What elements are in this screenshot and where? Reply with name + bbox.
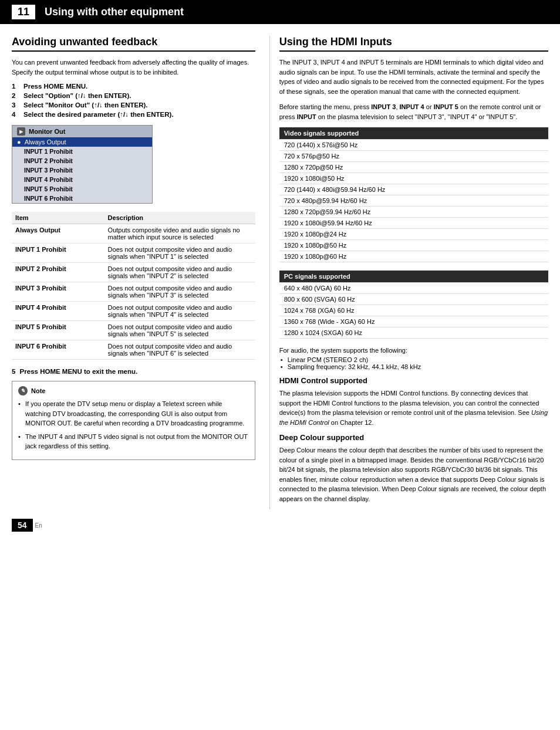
deep-colour-text: Deep Colour means the colour depth that …	[279, 445, 548, 503]
menu-item-label-2: INPUT 2 Prohibit	[24, 157, 73, 164]
signal-value: 640 x 480 (VGA) 60 Hz	[279, 283, 548, 294]
table-cell-item: INPUT 6 Prohibit	[12, 340, 104, 360]
right-intro: The INPUT 3, INPUT 4 and INPUT 5 termina…	[279, 58, 548, 96]
menu-icon: ▶	[17, 127, 25, 136]
signal-value: 720 x 480p@59.94 Hz/60 Hz	[279, 195, 548, 207]
table-cell-desc: Does not output composite video and audi…	[104, 302, 255, 321]
menu-item-input6: INPUT 6 Prohibit	[12, 194, 152, 203]
note-icon: ✎	[18, 386, 28, 396]
step-2-text: Select "Option" (↑/↓ then ENTER).	[23, 92, 131, 99]
table-row: INPUT 6 ProhibitDoes not output composit…	[12, 340, 255, 360]
signal-value: 1280 x 1024 (SXGA) 60 Hz	[279, 327, 548, 339]
steps-list: 1 Press HOME MENU. 2 Select "Option" (↑/…	[12, 83, 255, 118]
list-item: 1280 x 720p@50 Hz	[279, 162, 548, 173]
list-item: 720 (1440) x 576i@50 Hz	[279, 140, 548, 151]
left-section-title: Avoiding unwanted feedback	[12, 36, 255, 52]
menu-item-always-output: ● Always Output	[12, 137, 152, 147]
note-box: ✎ Note If you operate the DTV setup menu…	[12, 381, 255, 460]
list-item: 1024 x 768 (XGA) 60 Hz	[279, 305, 548, 316]
step-5: 5 Press HOME MENU to exit the menu.	[12, 368, 255, 375]
right-section-title: Using the HDMI Inputs	[279, 36, 548, 52]
step-5-num: 5	[12, 368, 15, 375]
list-item: 720 x 480p@59.94 Hz/60 Hz	[279, 195, 548, 207]
table-cell-desc: Does not output composite video and audi…	[104, 282, 255, 302]
pc-signals-table: PC signals supported 640 x 480 (VGA) 60 …	[279, 271, 548, 339]
page-header: 11 Using with other equipment	[0, 0, 560, 24]
list-item: 640 x 480 (VGA) 60 Hz	[279, 283, 548, 294]
audio-list: Linear PCM (STEREO 2 ch) Sampling freque…	[279, 356, 548, 370]
note-item-1: If you operate the DTV setup menu or dis…	[18, 399, 249, 428]
description-table: Item Description Always OutputOutputs co…	[12, 212, 255, 360]
menu-item-input2: INPUT 2 Prohibit	[12, 156, 152, 165]
menu-item-label-0: Always Output	[25, 138, 66, 146]
menu-header: ▶ Monitor Out	[12, 126, 152, 137]
list-item: 1920 x 1080i@50 Hz	[279, 173, 548, 184]
signal-value: 1920 x 1080p@24 Hz	[279, 229, 548, 240]
table-row: INPUT 3 ProhibitDoes not output composit…	[12, 282, 255, 302]
step-4-num: 4	[12, 111, 20, 118]
list-item: 1280 x 720p@59.94 Hz/60 Hz	[279, 207, 548, 218]
col-header-desc: Description	[104, 212, 255, 224]
note-list: If you operate the DTV setup menu or dis…	[18, 399, 249, 451]
menu-item-label-1: INPUT 1 Prohibit	[24, 148, 73, 155]
page-number: 54	[12, 519, 33, 532]
list-item: 1360 x 768 (Wide - XGA) 60 Hz	[279, 316, 548, 327]
audio-item-1: Linear PCM (STEREO 2 ch)	[279, 356, 548, 363]
bullet-dot: ●	[17, 138, 21, 146]
list-item: 720 (1440) x 480i@59.94 Hz/60 Hz	[279, 184, 548, 195]
monitor-out-menu: ▶ Monitor Out ● Always Output INPUT 1 Pr…	[12, 125, 153, 204]
menu-item-input5: INPUT 5 Prohibit	[12, 184, 152, 194]
signal-value: 1360 x 768 (Wide - XGA) 60 Hz	[279, 316, 548, 327]
audio-text: For audio, the system supports the follo…	[279, 347, 548, 354]
signal-value: 1920 x 1080p@60 Hz	[279, 251, 548, 262]
signal-value: 1920 x 1080p@50 Hz	[279, 240, 548, 251]
step-3-num: 3	[12, 102, 20, 109]
menu-item-input3: INPUT 3 Prohibit	[12, 165, 152, 175]
menu-title: Monitor Out	[29, 128, 65, 135]
pc-table-header: PC signals supported	[279, 271, 548, 283]
table-cell-desc: Does not output composite video and audi…	[104, 263, 255, 282]
deep-colour-title: Deep Colour supported	[279, 433, 548, 442]
menu-item-label-5: INPUT 5 Prohibit	[24, 185, 73, 192]
table-row: INPUT 1 ProhibitDoes not output composit…	[12, 244, 255, 263]
step-2: 2 Select "Option" (↑/↓ then ENTER).	[12, 92, 255, 99]
list-item: 1920 x 1080i@59.94 Hz/60 Hz	[279, 218, 548, 229]
step-3-text: Select "Monitor Out" (↑/↓ then ENTER).	[23, 102, 148, 109]
menu-item-label-4: INPUT 4 Prohibit	[24, 176, 73, 183]
note-label: Note	[31, 387, 45, 394]
step-1-num: 1	[12, 83, 20, 90]
note-item-2: The INPUT 4 and INPUT 5 video signal is …	[18, 432, 249, 451]
step-1-text: Press HOME MENU.	[23, 83, 87, 90]
menu-item-input1: INPUT 1 Prohibit	[12, 147, 152, 156]
step-4: 4 Select the desired parameter (↑/↓ then…	[12, 111, 255, 118]
right-before-text: Before starting the menu, press INPUT 3,…	[279, 102, 548, 121]
signal-value: 720 x 576p@50 Hz	[279, 151, 548, 162]
signal-value: 1024 x 768 (XGA) 60 Hz	[279, 305, 548, 316]
signal-value: 1920 x 1080i@50 Hz	[279, 173, 548, 184]
list-item: 1280 x 1024 (SXGA) 60 Hz	[279, 327, 548, 339]
audio-item-2: Sampling frequency: 32 kHz, 44.1 kHz, 48…	[279, 363, 548, 370]
step-4-text: Select the desired parameter (↑/↓ then E…	[23, 111, 174, 118]
list-item: 800 x 600 (SVGA) 60 Hz	[279, 294, 548, 305]
note-title: ✎ Note	[18, 386, 249, 396]
right-column: Using the HDMI Inputs The INPUT 3, INPUT…	[269, 36, 548, 509]
list-item: 1920 x 1080p@60 Hz	[279, 251, 548, 262]
table-cell-item: INPUT 1 Prohibit	[12, 244, 104, 263]
table-cell-desc: Does not output composite video and audi…	[104, 321, 255, 340]
left-column: Avoiding unwanted feedback You can preve…	[12, 36, 269, 509]
table-row: Always OutputOutputs composite video and…	[12, 224, 255, 244]
signal-value: 720 (1440) x 576i@50 Hz	[279, 140, 548, 151]
signal-value: 1280 x 720p@59.94 Hz/60 Hz	[279, 207, 548, 218]
page-footer: 54 En	[0, 509, 560, 532]
list-item: 1920 x 1080p@50 Hz	[279, 240, 548, 251]
left-intro: You can prevent unwanted feedback from a…	[12, 58, 255, 77]
table-cell-item: Always Output	[12, 224, 104, 244]
col-header-item: Item	[12, 212, 104, 224]
menu-item-label-3: INPUT 3 Prohibit	[24, 167, 73, 174]
step-1: 1 Press HOME MENU.	[12, 83, 255, 90]
hdmi-control-text: The plasma television supports the HDMI …	[279, 388, 548, 427]
table-cell-item: INPUT 3 Prohibit	[12, 282, 104, 302]
step-2-num: 2	[12, 92, 20, 99]
signal-value: 800 x 600 (SVGA) 60 Hz	[279, 294, 548, 305]
table-cell-item: INPUT 5 Prohibit	[12, 321, 104, 340]
